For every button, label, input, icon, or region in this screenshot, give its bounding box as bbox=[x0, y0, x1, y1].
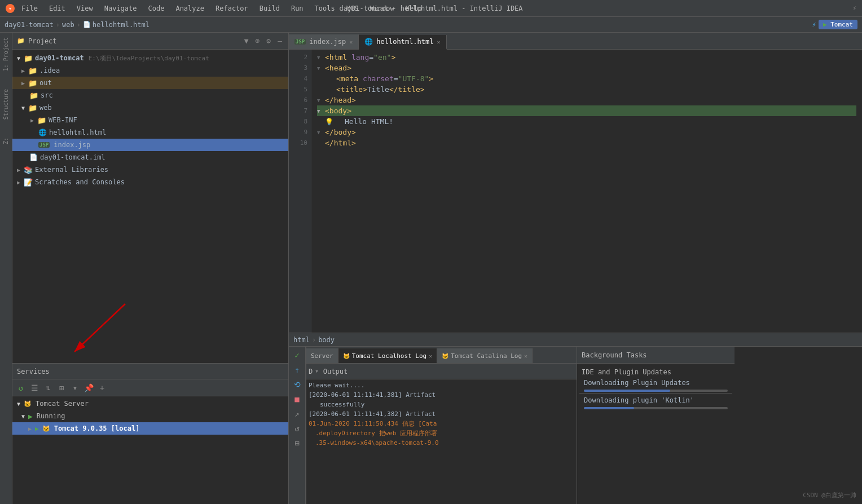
tab-jsp-icon: JSP bbox=[294, 39, 306, 45]
tab-html-close[interactable]: ✕ bbox=[437, 39, 440, 45]
menu-analyze[interactable]: Analyze bbox=[173, 3, 206, 14]
tree-item-webinf[interactable]: ▶ 📁 WEB-INF bbox=[12, 114, 288, 126]
pin-btn[interactable]: 📌 bbox=[82, 382, 95, 394]
code-line-6: ▼ </head> bbox=[317, 95, 856, 105]
add-service-btn[interactable]: + bbox=[96, 382, 108, 394]
service-instance-label: Tomcat 9.0.35 [local] bbox=[54, 425, 140, 432]
progress-bar-kotlin-fill bbox=[584, 407, 634, 409]
progress-bar-fill bbox=[584, 390, 670, 392]
tree-item-iml[interactable]: 📄 day01-tomcat.iml bbox=[12, 151, 288, 163]
bulb-icon: 💡 bbox=[325, 118, 333, 126]
panel-close-btn[interactable]: — bbox=[276, 36, 284, 46]
menu-code[interactable]: Code bbox=[146, 3, 167, 14]
menu-file[interactable]: File bbox=[19, 3, 40, 14]
panel-add-btn[interactable]: ⊕ bbox=[254, 36, 262, 46]
log-stop-btn[interactable]: ■ bbox=[291, 393, 304, 405]
log-tab-catalina[interactable]: 🐱 Tomcat Catalina Log ✕ bbox=[437, 348, 533, 363]
list-view-btn[interactable]: ☰ bbox=[28, 382, 41, 394]
title-bar: ✦ File Edit View Navigate Code Analyze R… bbox=[0, 0, 862, 17]
breadcrumb-sep-1: › bbox=[56, 21, 60, 29]
log-dropdown-arrow[interactable]: ▾ bbox=[315, 368, 319, 375]
breadcrumb-project[interactable]: day01-tomcat bbox=[5, 21, 54, 29]
menu-build[interactable]: Build bbox=[257, 3, 282, 14]
tree-item-out[interactable]: ▶ 📁 out bbox=[12, 77, 288, 89]
tree-item-hellohtml[interactable]: 🌐 hellohtml.html bbox=[12, 126, 288, 139]
menu-run[interactable]: Run bbox=[289, 3, 306, 14]
menu-tools[interactable]: Tools bbox=[313, 3, 337, 14]
log-left-strip: ✓ ↑ ⟲ ■ ↗ ↺ ⊞ bbox=[289, 347, 306, 504]
fold-6[interactable]: ▼ bbox=[317, 98, 323, 103]
log-check-btn[interactable]: ✓ bbox=[291, 349, 304, 361]
log-line-1: Please wait.... bbox=[309, 381, 574, 390]
service-tomcat-instance[interactable]: ▶ ▶ 🐱 Tomcat 9.0.35 [local] bbox=[12, 422, 288, 435]
log-sync-btn[interactable]: ⟲ bbox=[291, 378, 304, 391]
code-line-9: ▼ </body> bbox=[317, 127, 856, 138]
log-tab-localhost[interactable]: 🐱 Tomcat Localhost Log ✕ bbox=[338, 348, 437, 363]
fold-7[interactable]: ▼ bbox=[317, 108, 323, 114]
project-dropdown[interactable]: ▼ bbox=[243, 36, 250, 46]
code-line-3: ▼ <head> bbox=[317, 63, 856, 73]
tab-jsp-close[interactable]: ✕ bbox=[349, 39, 353, 45]
code-line-5: <title>Title</title> bbox=[317, 84, 856, 95]
line-num-5: 5 bbox=[289, 84, 311, 95]
progress-bar-downloading bbox=[584, 390, 728, 392]
tab-html-label: hellohtml.html bbox=[376, 38, 433, 46]
tree-item-idea[interactable]: ▶ 📁 .idea bbox=[12, 64, 288, 77]
breadcrumb-web[interactable]: web bbox=[62, 21, 74, 29]
service-running-group[interactable]: ▼ ▶ Running bbox=[12, 410, 288, 422]
line-num-6: 6 bbox=[289, 95, 311, 105]
menu-view[interactable]: View bbox=[74, 3, 95, 14]
bg-task-item-2: Downloading plugin 'Kotlin' bbox=[579, 395, 732, 406]
watermark: CSDN @白鹿第一帅 bbox=[803, 491, 856, 499]
code-line-10: </html> bbox=[317, 138, 856, 148]
panel-settings-btn[interactable]: ⚙ bbox=[265, 36, 272, 46]
main-layout: 1: Project Structure Z: 📁 Project ▼ ⊕ ⚙ … bbox=[0, 33, 862, 504]
tree-item-scratches[interactable]: ▶ 📝 Scratches and Consoles bbox=[12, 176, 288, 188]
tree-item-src[interactable]: 📁 src bbox=[12, 89, 288, 101]
filter-btn[interactable]: ▾ bbox=[69, 382, 81, 394]
menu-refactor[interactable]: Refactor bbox=[213, 3, 250, 14]
tab-index-jsp[interactable]: JSP index.jsp ✕ bbox=[289, 34, 359, 49]
fold-2[interactable]: ▼ bbox=[317, 55, 323, 60]
menu-navigate[interactable]: Navigate bbox=[102, 3, 139, 14]
tree-item-web[interactable]: ▼ 📁 web bbox=[12, 101, 288, 114]
structure-tab[interactable]: Structure bbox=[2, 86, 10, 123]
log-pin-btn[interactable]: ↗ bbox=[291, 408, 304, 420]
split-btn[interactable]: ⇅ bbox=[42, 382, 54, 394]
menu-edit[interactable]: Edit bbox=[47, 3, 68, 14]
code-line-2: ▼ <html lang="en"> bbox=[317, 52, 856, 63]
log-tab-server-label: Server bbox=[311, 352, 333, 360]
code-line-8: 💡 Hello HTML! bbox=[317, 116, 856, 127]
breadcrumb-file[interactable]: hellohtml.html bbox=[93, 21, 149, 29]
refresh-btn[interactable]: ↺ bbox=[15, 382, 27, 394]
log-line-3: successfully bbox=[309, 400, 574, 409]
tab-html-icon: 🌐 bbox=[364, 38, 373, 46]
log-grid-btn[interactable]: ⊞ bbox=[291, 437, 304, 449]
log-tab-server[interactable]: Server bbox=[306, 348, 338, 363]
log-content: Please wait.... [2020-06-01 11:11:41,381… bbox=[306, 379, 577, 504]
fold-3[interactable]: ▼ bbox=[317, 65, 323, 71]
fold-9[interactable]: ▼ bbox=[317, 130, 323, 135]
tree-label-extlibs: External Libraries bbox=[35, 166, 108, 174]
tree-item-indexjsp[interactable]: JSP index.jsp bbox=[12, 139, 288, 151]
service-tomcat-server[interactable]: ▼ 🐱 Tomcat Server bbox=[12, 397, 288, 410]
tomcat-run-button[interactable]: ▶ Tomcat bbox=[819, 20, 857, 29]
group-btn[interactable]: ⊞ bbox=[55, 382, 68, 394]
tree-item-day01-tomcat[interactable]: ▼ 📁 day01-tomcat E:\项目\IdeaProjects\day0… bbox=[12, 52, 288, 64]
file-tree: ▼ 📁 day01-tomcat E:\项目\IdeaProjects\day0… bbox=[12, 50, 288, 363]
project-tab[interactable]: 1: Project bbox=[2, 34, 10, 74]
line-num-9: 9 bbox=[289, 127, 311, 138]
tab-hellohtml[interactable]: 🌐 hellohtml.html ✕ bbox=[359, 35, 446, 50]
code-line-4: <meta charset="UTF-8"> bbox=[317, 73, 856, 84]
log-reload-btn[interactable]: ↺ bbox=[291, 422, 304, 435]
log-tab-catalina-close[interactable]: ✕ bbox=[524, 353, 527, 359]
log-arrow-btn[interactable]: ↑ bbox=[291, 364, 304, 376]
tree-item-extlibs[interactable]: ▶ 📚 External Libraries bbox=[12, 163, 288, 176]
crumb-html[interactable]: html bbox=[293, 336, 310, 344]
bg-tasks-header: Background Tasks bbox=[577, 347, 735, 364]
crumb-body[interactable]: body bbox=[318, 336, 335, 344]
z-tab[interactable]: Z: bbox=[2, 134, 10, 148]
log-tab-localhost-close[interactable]: ✕ bbox=[429, 353, 432, 359]
code-content[interactable]: ▼ <html lang="en"> ▼ <head> <meta charse… bbox=[311, 50, 862, 333]
services-section: Services ↺ ☰ ⇅ ⊞ ▾ 📌 + ▼ 🐱 Tomcat Server… bbox=[12, 363, 288, 504]
